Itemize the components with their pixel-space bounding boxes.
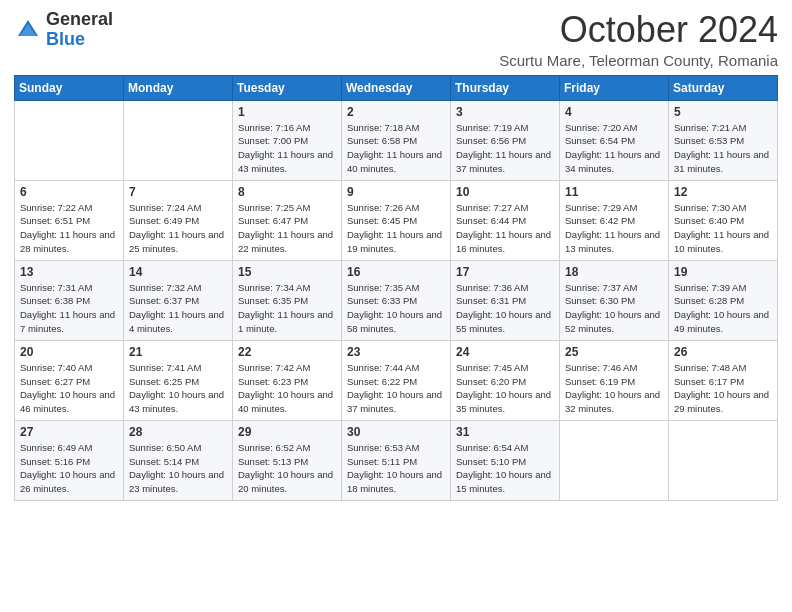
- day-number: 17: [456, 265, 555, 279]
- col-header-sunday: Sunday: [15, 75, 124, 100]
- day-detail: Sunrise: 7:41 AM Sunset: 6:25 PM Dayligh…: [129, 361, 228, 416]
- day-number: 15: [238, 265, 337, 279]
- day-detail: Sunrise: 7:21 AM Sunset: 6:53 PM Dayligh…: [674, 121, 773, 176]
- calendar-cell: 23Sunrise: 7:44 AM Sunset: 6:22 PM Dayli…: [342, 340, 451, 420]
- day-number: 16: [347, 265, 446, 279]
- day-detail: Sunrise: 7:24 AM Sunset: 6:49 PM Dayligh…: [129, 201, 228, 256]
- calendar-cell: [669, 420, 778, 500]
- month-title: October 2024: [499, 10, 778, 50]
- day-detail: Sunrise: 7:48 AM Sunset: 6:17 PM Dayligh…: [674, 361, 773, 416]
- logo-icon: [14, 16, 42, 44]
- day-detail: Sunrise: 7:42 AM Sunset: 6:23 PM Dayligh…: [238, 361, 337, 416]
- day-number: 9: [347, 185, 446, 199]
- day-number: 30: [347, 425, 446, 439]
- calendar-cell: [124, 100, 233, 180]
- day-number: 7: [129, 185, 228, 199]
- day-detail: Sunrise: 7:46 AM Sunset: 6:19 PM Dayligh…: [565, 361, 664, 416]
- day-number: 14: [129, 265, 228, 279]
- calendar-cell: 6Sunrise: 7:22 AM Sunset: 6:51 PM Daylig…: [15, 180, 124, 260]
- calendar-cell: 27Sunrise: 6:49 AM Sunset: 5:16 PM Dayli…: [15, 420, 124, 500]
- calendar-cell: 14Sunrise: 7:32 AM Sunset: 6:37 PM Dayli…: [124, 260, 233, 340]
- day-detail: Sunrise: 6:49 AM Sunset: 5:16 PM Dayligh…: [20, 441, 119, 496]
- calendar-cell: 18Sunrise: 7:37 AM Sunset: 6:30 PM Dayli…: [560, 260, 669, 340]
- calendar-cell: 28Sunrise: 6:50 AM Sunset: 5:14 PM Dayli…: [124, 420, 233, 500]
- day-detail: Sunrise: 7:37 AM Sunset: 6:30 PM Dayligh…: [565, 281, 664, 336]
- calendar-cell: 31Sunrise: 6:54 AM Sunset: 5:10 PM Dayli…: [451, 420, 560, 500]
- calendar-cell: 10Sunrise: 7:27 AM Sunset: 6:44 PM Dayli…: [451, 180, 560, 260]
- calendar-cell: 19Sunrise: 7:39 AM Sunset: 6:28 PM Dayli…: [669, 260, 778, 340]
- day-detail: Sunrise: 7:30 AM Sunset: 6:40 PM Dayligh…: [674, 201, 773, 256]
- day-number: 12: [674, 185, 773, 199]
- col-header-thursday: Thursday: [451, 75, 560, 100]
- calendar-cell: 25Sunrise: 7:46 AM Sunset: 6:19 PM Dayli…: [560, 340, 669, 420]
- day-number: 4: [565, 105, 664, 119]
- header-row: SundayMondayTuesdayWednesdayThursdayFrid…: [15, 75, 778, 100]
- day-number: 2: [347, 105, 446, 119]
- calendar-cell: 20Sunrise: 7:40 AM Sunset: 6:27 PM Dayli…: [15, 340, 124, 420]
- day-number: 31: [456, 425, 555, 439]
- day-number: 13: [20, 265, 119, 279]
- col-header-wednesday: Wednesday: [342, 75, 451, 100]
- day-number: 3: [456, 105, 555, 119]
- day-number: 21: [129, 345, 228, 359]
- day-detail: Sunrise: 7:35 AM Sunset: 6:33 PM Dayligh…: [347, 281, 446, 336]
- day-number: 24: [456, 345, 555, 359]
- calendar-cell: 4Sunrise: 7:20 AM Sunset: 6:54 PM Daylig…: [560, 100, 669, 180]
- calendar-cell: 3Sunrise: 7:19 AM Sunset: 6:56 PM Daylig…: [451, 100, 560, 180]
- day-detail: Sunrise: 6:54 AM Sunset: 5:10 PM Dayligh…: [456, 441, 555, 496]
- day-number: 27: [20, 425, 119, 439]
- subtitle: Scurtu Mare, Teleorman County, Romania: [499, 52, 778, 69]
- day-number: 22: [238, 345, 337, 359]
- calendar-table: SundayMondayTuesdayWednesdayThursdayFrid…: [14, 75, 778, 501]
- day-detail: Sunrise: 7:34 AM Sunset: 6:35 PM Dayligh…: [238, 281, 337, 336]
- week-row-2: 13Sunrise: 7:31 AM Sunset: 6:38 PM Dayli…: [15, 260, 778, 340]
- calendar-cell: 7Sunrise: 7:24 AM Sunset: 6:49 PM Daylig…: [124, 180, 233, 260]
- calendar-cell: 5Sunrise: 7:21 AM Sunset: 6:53 PM Daylig…: [669, 100, 778, 180]
- day-detail: Sunrise: 7:22 AM Sunset: 6:51 PM Dayligh…: [20, 201, 119, 256]
- day-number: 8: [238, 185, 337, 199]
- day-number: 18: [565, 265, 664, 279]
- day-detail: Sunrise: 7:40 AM Sunset: 6:27 PM Dayligh…: [20, 361, 119, 416]
- day-number: 23: [347, 345, 446, 359]
- day-detail: Sunrise: 7:32 AM Sunset: 6:37 PM Dayligh…: [129, 281, 228, 336]
- col-header-monday: Monday: [124, 75, 233, 100]
- calendar-cell: 22Sunrise: 7:42 AM Sunset: 6:23 PM Dayli…: [233, 340, 342, 420]
- day-detail: Sunrise: 6:53 AM Sunset: 5:11 PM Dayligh…: [347, 441, 446, 496]
- title-block: October 2024 Scurtu Mare, Teleorman Coun…: [499, 10, 778, 69]
- day-number: 28: [129, 425, 228, 439]
- calendar-cell: 12Sunrise: 7:30 AM Sunset: 6:40 PM Dayli…: [669, 180, 778, 260]
- calendar-cell: 24Sunrise: 7:45 AM Sunset: 6:20 PM Dayli…: [451, 340, 560, 420]
- calendar-cell: 17Sunrise: 7:36 AM Sunset: 6:31 PM Dayli…: [451, 260, 560, 340]
- day-detail: Sunrise: 7:19 AM Sunset: 6:56 PM Dayligh…: [456, 121, 555, 176]
- calendar-cell: 30Sunrise: 6:53 AM Sunset: 5:11 PM Dayli…: [342, 420, 451, 500]
- page: General Blue October 2024 Scurtu Mare, T…: [0, 0, 792, 612]
- calendar-cell: 8Sunrise: 7:25 AM Sunset: 6:47 PM Daylig…: [233, 180, 342, 260]
- calendar-cell: 1Sunrise: 7:16 AM Sunset: 7:00 PM Daylig…: [233, 100, 342, 180]
- day-detail: Sunrise: 7:20 AM Sunset: 6:54 PM Dayligh…: [565, 121, 664, 176]
- day-detail: Sunrise: 7:25 AM Sunset: 6:47 PM Dayligh…: [238, 201, 337, 256]
- calendar-cell: [15, 100, 124, 180]
- calendar-cell: 21Sunrise: 7:41 AM Sunset: 6:25 PM Dayli…: [124, 340, 233, 420]
- week-row-0: 1Sunrise: 7:16 AM Sunset: 7:00 PM Daylig…: [15, 100, 778, 180]
- day-number: 29: [238, 425, 337, 439]
- day-number: 1: [238, 105, 337, 119]
- day-detail: Sunrise: 7:39 AM Sunset: 6:28 PM Dayligh…: [674, 281, 773, 336]
- calendar-cell: 29Sunrise: 6:52 AM Sunset: 5:13 PM Dayli…: [233, 420, 342, 500]
- logo-blue: Blue: [46, 30, 113, 50]
- logo-general: General: [46, 10, 113, 30]
- day-detail: Sunrise: 7:44 AM Sunset: 6:22 PM Dayligh…: [347, 361, 446, 416]
- header: General Blue October 2024 Scurtu Mare, T…: [14, 10, 778, 69]
- day-detail: Sunrise: 6:50 AM Sunset: 5:14 PM Dayligh…: [129, 441, 228, 496]
- calendar-cell: 26Sunrise: 7:48 AM Sunset: 6:17 PM Dayli…: [669, 340, 778, 420]
- day-detail: Sunrise: 7:36 AM Sunset: 6:31 PM Dayligh…: [456, 281, 555, 336]
- day-number: 26: [674, 345, 773, 359]
- logo: General Blue: [14, 10, 113, 50]
- col-header-tuesday: Tuesday: [233, 75, 342, 100]
- calendar-cell: 16Sunrise: 7:35 AM Sunset: 6:33 PM Dayli…: [342, 260, 451, 340]
- day-detail: Sunrise: 7:16 AM Sunset: 7:00 PM Dayligh…: [238, 121, 337, 176]
- week-row-1: 6Sunrise: 7:22 AM Sunset: 6:51 PM Daylig…: [15, 180, 778, 260]
- day-number: 5: [674, 105, 773, 119]
- calendar-cell: 9Sunrise: 7:26 AM Sunset: 6:45 PM Daylig…: [342, 180, 451, 260]
- day-detail: Sunrise: 7:18 AM Sunset: 6:58 PM Dayligh…: [347, 121, 446, 176]
- week-row-4: 27Sunrise: 6:49 AM Sunset: 5:16 PM Dayli…: [15, 420, 778, 500]
